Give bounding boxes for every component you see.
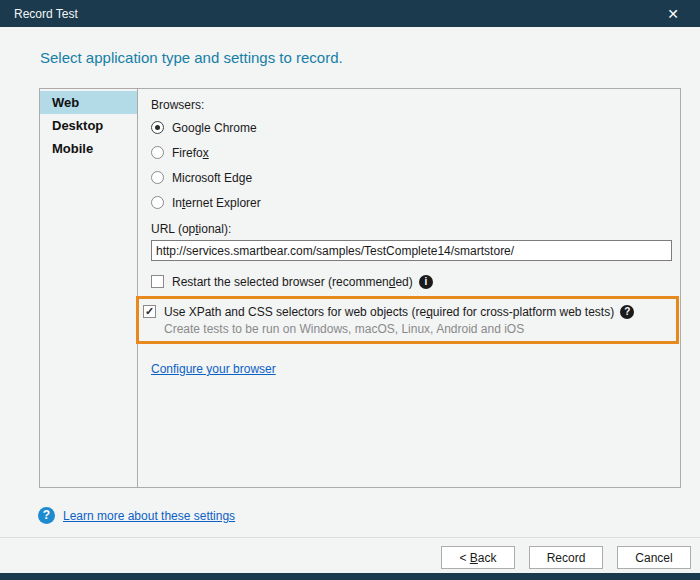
dialog-buttons: < Back Record Cancel [441,546,691,569]
question-icon[interactable]: ? [38,507,55,524]
restart-browser-row[interactable]: Restart the selected browser (recommende… [151,273,672,290]
help-icon[interactable]: ? [620,305,634,319]
browsers-label: Browsers: [151,98,672,112]
record-button[interactable]: Record [529,546,603,569]
sidebar-item-label: Mobile [52,141,93,156]
radio-label: Google Chrome [172,121,257,135]
app-type-sidebar: Web Desktop Mobile [40,89,138,487]
radio-google-chrome[interactable] [151,121,164,134]
radio-row-internet-explorer[interactable]: Internet Explorer [151,194,672,211]
xpath-selectors-row[interactable]: Use XPath and CSS selectors for web obje… [143,303,676,320]
button-label: Cancel [635,551,672,565]
window-title: Record Test [14,7,78,21]
info-icon[interactable]: i [419,275,433,289]
radio-row-google-chrome[interactable]: Google Chrome [151,119,672,136]
record-test-dialog: Record Test ✕ Select application type an… [0,0,700,580]
learn-more-row: ? Learn more about these settings [38,507,235,524]
url-label: URL (optional): [151,222,672,236]
checkbox-label: Restart the selected browser (recommende… [172,275,413,289]
sidebar-item-web[interactable]: Web [40,91,137,114]
sidebar-item-mobile[interactable]: Mobile [40,137,137,160]
radio-label: Microsoft Edge [172,171,252,185]
radio-label: Firefox [172,146,209,160]
radio-row-firefox[interactable]: Firefox [151,144,672,161]
page-title: Select application type and settings to … [40,49,343,66]
button-label: Record [547,551,586,565]
settings-panel: Web Desktop Mobile Browsers: Google Chro… [39,88,681,488]
configure-browser-link[interactable]: Configure your browser [151,362,276,376]
highlight-box: Use XPath and CSS selectors for web obje… [136,296,679,344]
checkbox-label: Use XPath and CSS selectors for web obje… [164,305,614,319]
radio-firefox[interactable] [151,146,164,159]
sidebar-item-label: Web [52,95,79,110]
web-settings-content: Browsers: Google Chrome Firefox Microsof… [138,89,680,487]
back-button[interactable]: < Back [441,546,515,569]
learn-more-link[interactable]: Learn more about these settings [63,509,235,523]
radio-label: Internet Explorer [172,196,261,210]
radio-internet-explorer[interactable] [151,196,164,209]
button-label: < Back [459,551,496,565]
radio-row-microsoft-edge[interactable]: Microsoft Edge [151,169,672,186]
footer-divider [0,537,700,538]
close-icon[interactable]: ✕ [658,0,688,27]
cancel-button[interactable]: Cancel [617,546,691,569]
window-bottom-edge [0,573,700,580]
url-input[interactable] [151,240,672,261]
sidebar-item-label: Desktop [52,118,103,133]
radio-microsoft-edge[interactable] [151,171,164,184]
title-bar: Record Test ✕ [0,0,700,27]
xpath-subtext: Create tests to be run on Windows, macOS… [164,322,676,336]
sidebar-item-desktop[interactable]: Desktop [40,114,137,137]
xpath-selectors-checkbox[interactable] [143,305,156,318]
restart-browser-checkbox[interactable] [151,275,164,288]
